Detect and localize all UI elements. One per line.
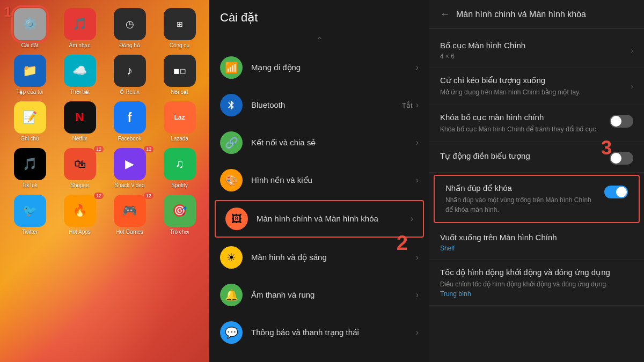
detail-item-locklayout[interactable]: Khóa bố cục màn hình chính Khóa bố cục M… [429,105,644,142]
app-lazada[interactable]: Laz Lazada [158,101,201,142]
locklayout-title: Khóa bố cục màn hình chính [440,113,610,122]
bluetooth-title: Bluetooth [251,100,402,110]
hotgames-badge: 12 [144,193,153,199]
settings-item-display[interactable]: ☀ Màn hình và độ sáng › [209,239,429,276]
detail-item-animspeed[interactable]: Tốc độ hình động khởi động và đóng ứng d… [429,260,644,306]
twitter-app-icon: 🐦 [14,195,46,227]
bluetooth-icon [220,94,243,116]
settings-item-homescreen-text: Màn hình chính và Màn hình khóa [257,213,411,224]
app-spotify[interactable]: ♫ Spotify [158,148,201,188]
app-notable[interactable]: ◼◻ Nối bật [158,55,201,95]
app-music[interactable]: 🎵 Âm nhạc [58,8,101,48]
wallpaper-chevron: › [416,175,419,185]
wallpaper-title: Hình nền và kiểu [251,175,416,186]
detail-item-swipedown[interactable]: Vuốt xuống trên Màn hình Chính Shelf [429,225,644,260]
doubletap-toggle[interactable] [604,186,628,198]
settings-item-bluetooth-text: Bluetooth [251,100,402,110]
notes-app-icon: 📝 [14,101,46,134]
bluetooth-value: Tắt [402,101,413,109]
connection-icon: 🔗 [220,131,243,154]
app-grid: 1 ⚙️ Cài đặt 🎵 Âm nhạc ◷ Đồng hồ ⊞ Công … [8,8,201,235]
display-title: Màn hình và độ sáng [251,252,416,263]
settings-title: Cài đặt [209,0,429,30]
hotgames-app-label: Hot Games [116,229,143,235]
snackvideo-badge: 12 [144,146,153,152]
app-hotgames[interactable]: 🎮 12 Hot Games [108,195,151,235]
settings-list: ⌃ 📶 Mạng di động › Bluetooth Tắt › 🔗 Kết… [209,30,429,362]
back-button[interactable]: ← [440,9,450,20]
app-games[interactable]: 🎯 Trò chơi [158,195,201,235]
gesture-chevron: › [631,82,633,91]
settings-item-homescreen[interactable]: 🖼 Màn hình chính và Màn hình khóa › [215,200,424,238]
notes-app-label: Ghi chú [20,136,39,142]
files-app-icon: 📁 [14,55,46,87]
notifications-chevron: › [416,328,419,337]
settings-item-mobile[interactable]: 📶 Mạng di động › [209,49,429,86]
app-netflix[interactable]: N Netflix [58,101,101,142]
settings-item-display-text: Màn hình và độ sáng [251,252,416,263]
settings-panel: Cài đặt ⌃ 📶 Mạng di động › Bluetooth Tắt… [209,0,429,362]
autofill-title: Tự động điền biểu tượng [440,151,610,161]
connection-chevron: › [416,138,419,147]
lazada-app-icon: Laz [164,101,196,134]
swipedown-value: Shelf [440,245,633,252]
mobile-title: Mạng di động [251,62,416,73]
app-snackvideo[interactable]: ▶ 12 Snack Video [108,148,151,188]
settings-item-wallpaper[interactable]: 🎨 Hình nền và kiểu › [209,161,429,199]
gesture-sub: Mở ứng dụng trên Màn hình Chính bằng một… [440,87,633,97]
settings-item-notifications-text: Thông báo và thanh trạng thái [251,327,416,338]
relax-app-label: Ổ Relax [120,89,139,95]
app-clock[interactable]: ◷ Đồng hồ [108,8,151,48]
settings-item-connection-text: Kết nối và chia sẻ [251,137,416,148]
display-icon: ☀ [220,246,243,269]
app-shopee[interactable]: 🛍 12 Shopee [58,148,101,188]
app-relax[interactable]: ♪ Ổ Relax [108,55,151,95]
detail-header-title: Màn hình chính và Màn hình khóa [456,10,586,19]
number-label-1: 1 [4,4,11,20]
app-tools[interactable]: ⊞ Công cụ [158,8,201,48]
app-files[interactable]: 📁 Tệp của tôi [8,55,52,95]
settings-item-sound[interactable]: 🔔 Âm thanh và rung › [209,276,429,314]
notifications-icon: 💬 [220,321,243,344]
settings-item-bluetooth[interactable]: Bluetooth Tắt › [209,86,429,124]
settings-item-connection[interactable]: 🔗 Kết nối và chia sẻ › [209,124,429,161]
app-facebook[interactable]: f Facebook [108,101,151,142]
connection-title: Kết nối và chia sẻ [251,137,416,148]
layout-value: 4 × 6 [440,53,633,60]
detail-item-layout[interactable]: Bố cục Màn hình Chính 4 × 6 › [429,33,644,68]
detail-item-gesture[interactable]: Cử chỉ kéo biểu tượng xuống Mở ứng dụng … [429,68,644,105]
app-hotapps[interactable]: 🔥 12 Hot Apps [58,195,101,235]
locklayout-toggle[interactable] [610,115,633,128]
settings-item-notifications[interactable]: 💬 Thông báo và thanh trạng thái › [209,314,429,351]
weather-app-icon: ☁️ [64,55,96,87]
facebook-app-label: Facebook [118,136,142,142]
snackvideo-app-icon: ▶ [114,148,146,180]
files-app-label: Tệp của tôi [16,89,43,95]
doubletap-content: Nhấn đúp để khóa Nhấn đúp vào một vùng t… [445,183,604,215]
detail-list: Bố cục Màn hình Chính 4 × 6 › Cử chỉ kéo… [429,29,644,362]
autofill-content: Tự động điền biểu tượng [440,151,610,163]
doubletap-title: Nhấn đúp để khóa [445,183,598,193]
homescreen-title: Màn hình chính và Màn hình khóa [257,213,411,224]
detail-item-autofill[interactable]: Tự động điền biểu tượng 3 [429,142,644,173]
shopee-app-label: Shopee [70,182,89,188]
netflix-app-icon: N [64,101,96,134]
app-settings[interactable]: 1 ⚙️ Cài đặt [8,8,52,48]
home-screen: 1 ⚙️ Cài đặt 🎵 Âm nhạc ◷ Đồng hồ ⊞ Công … [0,0,209,362]
app-weather[interactable]: ☁️ Thời tiết [58,55,101,95]
detail-item-doubletap[interactable]: Nhấn đúp để khóa Nhấn đúp vào một vùng t… [434,175,640,223]
display-chevron: › [416,253,419,262]
detail-header: ← Màn hình chính và Màn hình khóa [429,0,644,29]
hotapps-app-label: Hot Apps [69,229,91,235]
notifications-title: Thông báo và thanh trạng thái [251,327,416,338]
autofill-toggle[interactable] [610,152,633,165]
hotapps-app-icon: 🔥 [64,195,96,227]
clock-app-label: Đồng hồ [119,42,140,48]
app-notes[interactable]: 📝 Ghi chú [8,101,52,142]
twitter-app-label: Twitter [22,229,38,235]
app-tiktok[interactable]: 🎵 TikTok [8,148,52,188]
mobile-icon: 📶 [220,56,243,79]
app-twitter[interactable]: 🐦 Twitter [8,195,52,235]
facebook-app-icon: f [114,101,146,134]
layout-title: Bố cục Màn hình Chính [440,41,633,50]
